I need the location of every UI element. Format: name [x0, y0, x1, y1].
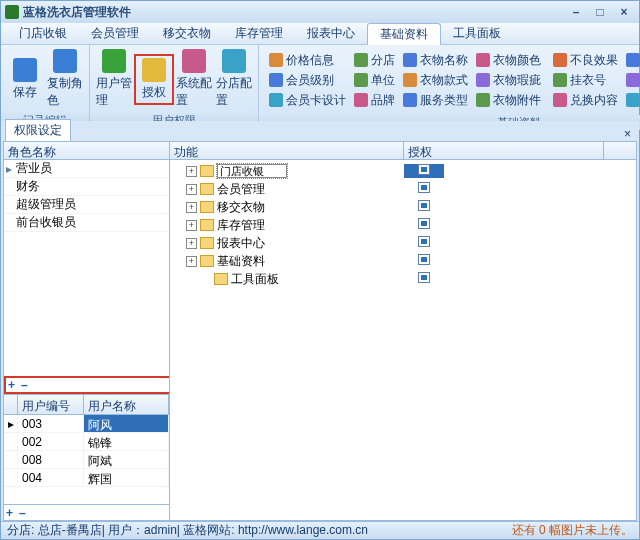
roles-header: 角色名称: [4, 142, 169, 160]
ribbon-link[interactable]: 挂衣号: [553, 71, 618, 89]
function-row[interactable]: +移交衣物: [170, 198, 636, 216]
expand-icon[interactable]: +: [186, 184, 197, 195]
user-row[interactable]: 002锦锋: [4, 433, 169, 451]
expand-icon[interactable]: +: [186, 202, 197, 213]
menu-item-0[interactable]: 门店收银: [7, 23, 79, 44]
role-row[interactable]: ▸营业员: [4, 160, 169, 178]
ribbon-button[interactable]: 用户管理: [94, 47, 134, 111]
role-row[interactable]: 财务: [4, 178, 169, 196]
menu-item-3[interactable]: 库存管理: [223, 23, 295, 44]
function-row[interactable]: +: [170, 162, 636, 180]
ribbon-link[interactable]: 单位: [354, 71, 395, 89]
menu-item-4[interactable]: 报表中心: [295, 23, 367, 44]
func-col-name[interactable]: 功能: [170, 142, 404, 159]
user-grid: 用户编号 用户名称 ▸003阿风002锦锋008阿斌004辉国: [4, 394, 169, 504]
auth-checkbox[interactable]: [418, 236, 430, 247]
link-icon: [354, 93, 368, 107]
function-row[interactable]: +会员管理: [170, 180, 636, 198]
ribbon-button[interactable]: 复制角色: [45, 47, 85, 111]
ribbon-link[interactable]: 衣物瑕疵: [476, 71, 541, 89]
function-name-input[interactable]: [217, 164, 287, 178]
ribbon-link[interactable]: 赠送金额: [626, 51, 640, 69]
tab-permissions[interactable]: 权限设定: [5, 119, 71, 141]
ribbon-link[interactable]: 衣物款式: [403, 71, 468, 89]
function-tree[interactable]: ++会员管理+移交衣物+库存管理+报表中心+基础资料工具面板: [170, 160, 636, 520]
minimize-button[interactable]: –: [565, 5, 587, 19]
link-icon: [476, 93, 490, 107]
link-icon: [476, 53, 490, 67]
maximize-button[interactable]: □: [589, 5, 611, 19]
ribbon-link[interactable]: 服务类型: [403, 91, 468, 109]
role-list[interactable]: ▸营业员财务超级管理员前台收银员: [4, 160, 169, 376]
menu-item-5[interactable]: 基础资料: [367, 23, 441, 45]
expand-icon[interactable]: +: [186, 166, 197, 177]
role-add-button[interactable]: +: [8, 378, 15, 392]
user-row[interactable]: 004辉国: [4, 469, 169, 487]
link-icon: [626, 53, 640, 67]
menu-item-1[interactable]: 会员管理: [79, 23, 151, 44]
ribbon-icon: [222, 49, 246, 73]
user-col-name[interactable]: 用户名称: [84, 395, 169, 414]
role-row[interactable]: 前台收银员: [4, 214, 169, 232]
function-row[interactable]: 工具面板: [170, 270, 636, 288]
ribbon-link[interactable]: 分店: [354, 51, 395, 69]
auth-checkbox[interactable]: [418, 200, 430, 211]
status-user: | 用户：admin: [102, 522, 177, 539]
tab-close-button[interactable]: ×: [620, 127, 635, 141]
menu-item-6[interactable]: 工具面板: [441, 23, 513, 44]
titlebar: 蓝格洗衣店管理软件 – □ ×: [1, 1, 639, 23]
menubar: 门店收银会员管理移交衣物库存管理报表中心基础资料工具面板: [1, 23, 639, 45]
ribbon-button[interactable]: 分店配置: [214, 47, 254, 111]
ribbon-link[interactable]: 价格信息: [269, 51, 346, 69]
ribbon-link[interactable]: 衣物名称: [403, 51, 468, 69]
ribbon-button[interactable]: 授权: [134, 54, 174, 105]
role-remove-button[interactable]: –: [21, 378, 28, 392]
user-add-button[interactable]: +: [6, 506, 13, 520]
func-col-auth[interactable]: 授权: [404, 142, 604, 159]
ribbon-link[interactable]: 品牌: [354, 91, 395, 109]
app-icon: [5, 5, 19, 19]
ribbon-link[interactable]: 衣物颜色: [476, 51, 541, 69]
ribbon-link[interactable]: 兑换内容: [553, 91, 618, 109]
user-row[interactable]: ▸003阿风: [4, 415, 169, 433]
auth-checkbox[interactable]: [418, 182, 430, 193]
ribbon-link[interactable]: 会员级别: [269, 71, 346, 89]
auth-checkbox[interactable]: [418, 218, 430, 229]
expand-icon[interactable]: +: [186, 256, 197, 267]
ribbon-link[interactable]: 不良效果: [553, 51, 618, 69]
ribbon-icon: [102, 49, 126, 73]
content-area: 角色名称 ▸营业员财务超级管理员前台收银员 + – 用户编号 用户名称 ▸003…: [3, 141, 637, 521]
ribbon-button[interactable]: 保存: [5, 56, 45, 103]
link-icon: [403, 93, 417, 107]
auth-checkbox[interactable]: [418, 272, 430, 283]
link-icon: [553, 73, 567, 87]
function-row[interactable]: +库存管理: [170, 216, 636, 234]
ribbon-link[interactable]: 会员卡设计: [269, 91, 346, 109]
ribbon-link[interactable]: 商品信息: [626, 91, 640, 109]
function-row[interactable]: +报表中心: [170, 234, 636, 252]
menu-item-2[interactable]: 移交衣物: [151, 23, 223, 44]
status-store: 分店: 总店-番禺店: [7, 522, 102, 539]
auth-checkbox[interactable]: [418, 164, 430, 175]
folder-icon: [200, 237, 214, 249]
role-row[interactable]: 超级管理员: [4, 196, 169, 214]
expand-icon[interactable]: +: [186, 220, 197, 231]
link-icon: [269, 53, 283, 67]
ribbon-link[interactable]: 衣物附件: [476, 91, 541, 109]
link-icon: [403, 73, 417, 87]
link-icon: [269, 73, 283, 87]
link-icon: [476, 73, 490, 87]
function-row[interactable]: +基础资料: [170, 252, 636, 270]
user-row[interactable]: 008阿斌: [4, 451, 169, 469]
ribbon-link[interactable]: 仓库信息: [626, 71, 640, 89]
ribbon-group-edit: 保存复制角色 记录编辑: [1, 45, 90, 120]
left-pane: 角色名称 ▸营业员财务超级管理员前台收银员 + – 用户编号 用户名称 ▸003…: [4, 142, 170, 520]
user-col-id[interactable]: 用户编号: [18, 395, 84, 414]
link-icon: [626, 73, 640, 87]
expand-icon[interactable]: +: [186, 238, 197, 249]
link-icon: [553, 53, 567, 67]
window-close-button[interactable]: ×: [613, 5, 635, 19]
ribbon-button[interactable]: 系统配置: [174, 47, 214, 111]
user-remove-button[interactable]: –: [19, 506, 26, 520]
auth-checkbox[interactable]: [418, 254, 430, 265]
